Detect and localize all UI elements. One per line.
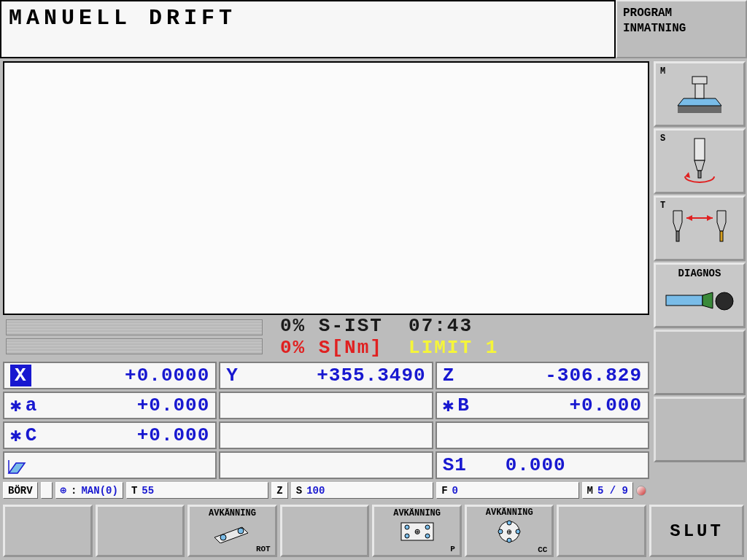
stat-z: Z <box>271 482 287 499</box>
star-icon: ✱ <box>10 424 23 447</box>
softkey-probe-rot[interactable]: AVKÄNNING ROT <box>187 505 277 557</box>
spindle-icon <box>674 136 725 187</box>
s-ist-time: 07:43 <box>409 315 473 337</box>
s1-label: S1 <box>443 454 484 476</box>
axis-x[interactable]: X +0.0000 <box>3 362 217 389</box>
svg-point-21 <box>220 534 226 540</box>
stat-s: S100 <box>291 482 433 499</box>
side-t-label: T <box>660 201 665 211</box>
softkey-probe-cc[interactable]: AVKÄNNING ⊕ CC <box>465 505 554 557</box>
axis-empty-4 <box>219 451 433 479</box>
svg-rect-8 <box>698 171 701 178</box>
axis-y[interactable]: Y +355.3490 <box>219 362 433 389</box>
side-s-button[interactable]: S <box>654 128 746 194</box>
probe-cc-icon: ⊕ <box>492 519 526 544</box>
s-nm-label: S[Nm] <box>319 337 383 359</box>
axis-y-value: +355.3490 <box>267 365 425 386</box>
svg-rect-17 <box>666 295 703 306</box>
corner-indicator-icon <box>636 486 646 496</box>
softkey-probe-rot-title: AVKÄNNING <box>209 508 256 518</box>
softkey-7[interactable] <box>557 505 646 557</box>
axis-readout: X +0.0000 Y +355.3490 Z -306.829 ✱a +0.0… <box>3 362 649 479</box>
svg-text:⊕: ⊕ <box>507 528 512 537</box>
side-m-button[interactable]: M <box>654 61 746 127</box>
svg-marker-7 <box>694 160 705 171</box>
svg-point-30 <box>507 521 511 525</box>
page-title: MANUELL DRIFT <box>0 0 616 58</box>
mode-line1: PROGRAM <box>623 6 740 21</box>
mode-indicator: PROGRAM INMATNING <box>616 0 747 58</box>
side-empty-2[interactable] <box>654 397 746 462</box>
axis-empty-3 <box>436 421 649 449</box>
stat-borv: BÖRV <box>3 482 38 499</box>
spindle-s1[interactable]: S1 0.000 <box>436 451 649 479</box>
svg-marker-16 <box>707 215 713 221</box>
side-empty-1[interactable] <box>654 330 746 395</box>
side-m-label: M <box>660 66 665 77</box>
target-icon: ⊕ <box>61 484 66 497</box>
axis-empty-2 <box>219 421 433 449</box>
svg-point-32 <box>498 529 503 534</box>
svg-point-27 <box>425 534 430 538</box>
softkey-probe-p[interactable]: AVKÄNNING ⊕ P <box>372 505 462 557</box>
svg-rect-5 <box>692 77 707 84</box>
side-diagnos-label: DIAGNOS <box>659 268 740 279</box>
side-t-button[interactable]: T <box>654 195 746 261</box>
softkey-end[interactable]: SLUT <box>649 505 744 557</box>
softkey-1[interactable] <box>3 505 93 557</box>
limit-label: LIMIT 1 <box>409 337 498 359</box>
svg-marker-12 <box>717 211 726 231</box>
status-strip: 0% S-IST 07:43 0% S[Nm] LIMIT 1 <box>3 315 649 359</box>
star-icon: ✱ <box>443 394 455 417</box>
axis-c[interactable]: ✱C +0.000 <box>3 421 217 449</box>
axis-b[interactable]: ✱B +0.000 <box>436 392 649 419</box>
toolchange-icon <box>663 206 736 250</box>
softkey-probe-p-sub: P <box>450 545 460 553</box>
svg-point-24 <box>405 525 409 529</box>
load-bar-2 <box>6 338 263 354</box>
softkey-2[interactable] <box>96 505 185 557</box>
svg-point-33 <box>516 529 520 534</box>
mode-line2: INMATNING <box>623 21 740 36</box>
s-ist-label: S-IST <box>319 315 383 337</box>
svg-rect-4 <box>695 82 704 98</box>
axis-b-value: +0.000 <box>484 394 642 416</box>
stat-t: T55 <box>126 482 268 499</box>
side-s-label: S <box>660 133 665 144</box>
stat-blank <box>41 482 53 499</box>
machine-icon <box>670 72 729 116</box>
softkey-4[interactable] <box>280 505 370 557</box>
s-nm-pct: 0% <box>280 337 306 359</box>
svg-marker-18 <box>703 292 713 308</box>
axis-z-label: Z <box>443 365 484 386</box>
axis-x-label: X <box>10 365 31 386</box>
stat-man: ⊕:MAN(0) <box>55 482 123 499</box>
graphics-viewport <box>3 61 649 315</box>
star-icon: ✱ <box>10 394 23 417</box>
svg-point-22 <box>238 528 244 534</box>
plane-icon-cell[interactable] <box>3 451 217 479</box>
axis-z[interactable]: Z -306.829 <box>436 362 649 389</box>
svg-point-26 <box>405 534 409 538</box>
svg-marker-0 <box>9 463 25 473</box>
load-bar-1 <box>6 319 263 335</box>
svg-rect-2 <box>678 106 721 113</box>
axis-a-value: +0.000 <box>51 394 209 416</box>
svg-text:⊕: ⊕ <box>414 527 420 537</box>
status-row: BÖRV ⊕:MAN(0) T55 Z S100 F0 M5 / 9 <box>3 482 649 499</box>
axis-a[interactable]: ✱a +0.000 <box>3 392 217 419</box>
svg-point-25 <box>425 525 430 529</box>
axis-y-label: Y <box>226 365 267 386</box>
side-diagnos-button[interactable]: DIAGNOS <box>654 262 746 328</box>
svg-rect-6 <box>694 139 705 160</box>
svg-marker-3 <box>678 98 721 106</box>
softkey-probe-rot-sub: ROT <box>256 545 275 553</box>
probe-p-icon: ⊕ <box>398 520 436 543</box>
axis-z-value: -306.829 <box>484 365 642 386</box>
softkey-probe-cc-title: AVKÄNNING <box>486 508 533 518</box>
stat-f: F0 <box>436 482 578 499</box>
svg-rect-11 <box>676 231 679 241</box>
svg-marker-10 <box>673 211 682 231</box>
plane-icon <box>7 456 26 475</box>
svg-point-31 <box>507 538 511 542</box>
